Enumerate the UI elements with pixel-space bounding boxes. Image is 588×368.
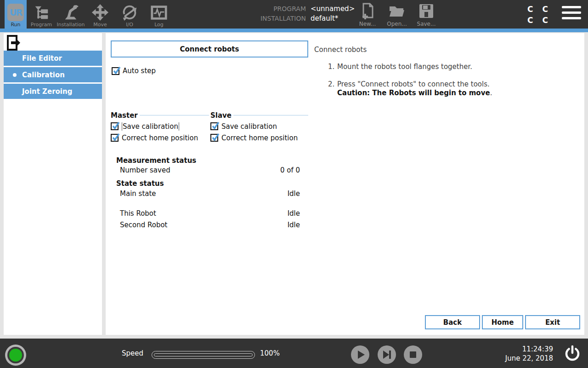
slave-correct-home-label: Correct home position	[221, 134, 298, 142]
this-robot-value: Idle	[288, 209, 300, 218]
step-button[interactable]	[378, 345, 396, 364]
active-bullet-icon	[13, 73, 17, 77]
bottom-nav-buttons: Back Home Exit	[423, 315, 580, 329]
slave-save-calibration-row: Save calibration	[210, 122, 308, 131]
program-tree-icon	[32, 3, 51, 22]
speed-slider-track	[154, 353, 253, 356]
master-correct-home-row: Correct home position	[111, 133, 209, 142]
slave-correct-home-checkbox[interactable]	[210, 134, 218, 142]
header-accent-strip	[0, 29, 588, 32]
speed-label: Speed	[122, 349, 143, 357]
master-save-calibration-checkbox[interactable]	[111, 122, 119, 130]
tab-move[interactable]: Move	[85, 0, 115, 29]
robot-arm-icon	[62, 3, 80, 22]
sidebar: File Editor Calibration Joint Zeroing	[4, 33, 102, 335]
master-save-calibration-row: Save calibration	[111, 122, 209, 131]
this-robot-label: This Robot	[120, 209, 156, 218]
legend-line	[140, 115, 209, 115]
instructions-panel: Connect robots 1. Mount the robots tool …	[314, 46, 571, 98]
measurement-status-title: Measurement status	[116, 156, 196, 165]
installation-label: INSTALLATION	[252, 15, 306, 22]
master-correct-home-checkbox[interactable]	[111, 134, 119, 142]
corner-status-text: C C C C	[527, 4, 548, 26]
slave-save-calibration-checkbox[interactable]	[210, 122, 218, 130]
save-floppy-icon	[418, 2, 435, 20]
tab-installation[interactable]: Installation	[56, 0, 85, 29]
home-button[interactable]: Home	[482, 315, 523, 329]
speed-value: 100%	[260, 349, 280, 357]
clock: 11:24:39 June 22, 2018	[505, 345, 553, 363]
date-text: June 22, 2018	[505, 354, 553, 363]
polyscope-app: UR Run Program	[0, 0, 588, 368]
this-robot-row: This Robot Idle	[120, 209, 300, 218]
slave-legend: Slave	[210, 111, 308, 119]
state-status-title: State status	[116, 179, 164, 188]
tab-program[interactable]: Program	[27, 0, 56, 29]
slave-correct-home-row: Correct home position	[210, 133, 308, 142]
slave-save-calibration-label: Save calibration	[221, 122, 277, 131]
main-state-label: Main state	[120, 190, 156, 198]
play-button[interactable]	[351, 345, 369, 364]
program-label: PROGRAM	[252, 5, 306, 12]
master-group: Master Save calibration Correct home pos…	[111, 111, 209, 142]
save-button[interactable]: Save...	[415, 2, 438, 28]
io-circular-arrows-icon	[120, 3, 139, 22]
collapse-sidebar-icon[interactable]	[6, 34, 20, 53]
new-file-icon	[360, 2, 375, 20]
number-saved-value: 0 of 0	[280, 166, 300, 174]
new-button[interactable]: New...	[356, 2, 379, 28]
top-bar: UR Run Program	[0, 0, 588, 29]
instruction-step-2: 2. Press "Connect robots" to connect the…	[314, 80, 571, 98]
sidebar-item-calibration[interactable]: Calibration	[4, 67, 102, 82]
tab-run[interactable]: UR Run	[5, 0, 27, 29]
main-state-value: Idle	[288, 190, 300, 198]
master-correct-home-label: Correct home position	[122, 134, 198, 142]
main-panel: Connect robots Auto step Master Save cal…	[106, 33, 584, 335]
exit-button[interactable]: Exit	[525, 315, 580, 329]
caution-text: Caution: The Robots will begin to move	[337, 89, 490, 97]
measurement-row: Number saved 0 of 0	[120, 166, 300, 174]
auto-step-row: Auto step	[112, 67, 156, 75]
back-button[interactable]: Back	[425, 315, 480, 329]
second-robot-row: Second Robot Idle	[120, 221, 300, 229]
main-tabs: UR Run Program	[5, 0, 174, 29]
speed-slider[interactable]	[152, 351, 255, 359]
number-saved-label: Number saved	[120, 166, 170, 174]
ur-logo-icon: UR	[6, 3, 25, 22]
footer-bar: Speed 100% 11:24:39 June 22, 2018	[0, 339, 588, 368]
move-arrows-icon	[91, 3, 109, 22]
hamburger-menu-icon[interactable]	[562, 6, 581, 23]
program-name: <unnamed>	[311, 5, 355, 13]
log-chart-icon	[150, 3, 168, 22]
second-robot-value: Idle	[288, 221, 300, 229]
instruction-step-1: 1. Mount the robots tool flanges togethe…	[314, 63, 571, 71]
stop-button[interactable]	[404, 345, 422, 364]
open-folder-icon	[388, 2, 406, 20]
sidebar-item-joint-zeroing[interactable]: Joint Zeroing	[4, 84, 102, 99]
master-legend: Master	[111, 111, 209, 119]
time-text: 11:24:39	[505, 345, 553, 354]
installation-name: default*	[311, 14, 338, 23]
open-button[interactable]: Open...	[385, 2, 408, 28]
auto-step-checkbox[interactable]	[112, 67, 119, 75]
sidebar-nav: File Editor Calibration Joint Zeroing	[4, 51, 102, 100]
legend-line	[233, 115, 308, 115]
instructions-title: Connect robots	[314, 46, 571, 54]
step-2-text: Press "Connect robots" to connect the to…	[337, 80, 490, 88]
master-save-calibration-label: Save calibration	[122, 122, 179, 131]
auto-step-label: Auto step	[123, 67, 156, 75]
second-robot-label: Second Robot	[120, 221, 167, 229]
status-green-light	[9, 349, 22, 362]
tab-io[interactable]: I/O	[115, 0, 144, 29]
main-state-row: Main state Idle	[120, 190, 300, 198]
initialize-robot-button[interactable]	[5, 345, 26, 366]
file-buttons: New... Open...	[356, 2, 438, 28]
tab-log[interactable]: Log	[144, 0, 174, 29]
sidebar-item-file-editor[interactable]: File Editor	[4, 51, 102, 66]
program-installation-info: PROGRAM <unnamed> INSTALLATION default*	[252, 5, 355, 23]
slave-group: Slave Save calibration Correct home posi…	[210, 111, 308, 142]
power-icon[interactable]	[563, 344, 582, 364]
connect-robots-button[interactable]: Connect robots	[111, 40, 308, 58]
